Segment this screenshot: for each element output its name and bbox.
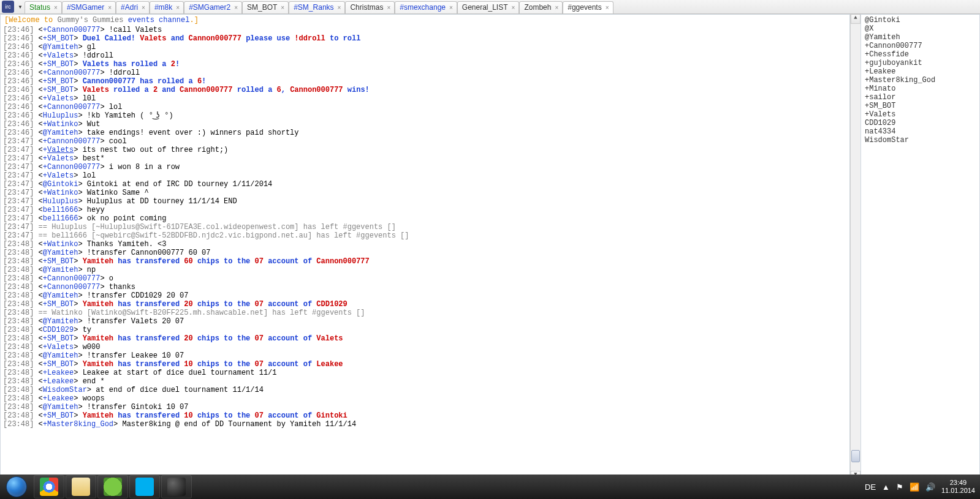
close-icon[interactable]: × [175,4,181,11]
skype-icon [135,478,154,496]
tab-zombeh[interactable]: Zombeh× [519,1,563,13]
nick-item[interactable]: +Cannon000777 [865,42,976,50]
chat-line: [23:47] <+Cannon000777> cool [3,137,847,146]
nick-item[interactable]: @X [865,24,976,33]
tab-bar: irc ▼ Status×#SMGamer×#Adri×#m8k×#SMGame… [0,0,980,14]
chat-line: [23:48] <WisdomStar> at end of dice duel… [3,386,847,394]
chat-line: [23:46] <+SM_BOT> Duel Called! Valets an… [3,34,847,43]
channel-topic: [Welcome to Gummy's Gummies events chann… [1,15,849,26]
close-icon[interactable]: × [448,4,454,11]
chat-scrollbar[interactable]: ▲ ▼ [850,14,860,481]
close-icon[interactable]: × [107,4,113,11]
close-icon[interactable]: × [553,4,560,11]
chat-line: [23:48] <@Yamiteh> !transfer CDD1029 20 … [3,291,847,300]
chat-line: [23:46] <@Yamiteh> gl [3,43,847,51]
tray-clock[interactable]: 23:49 11.01.2014 [941,479,975,495]
chat-line: [23:46] <+SM_BOT> Valets rolled a 2 and … [3,86,847,94]
chat-line: [23:48] <+Watinko> Thanks Yamiteh. <3 [3,240,847,249]
explorer-icon [72,478,90,496]
tab-label: #SM_Ranks [294,3,333,12]
chat-line: [23:48] <+Leakee> Leakee at start of dic… [3,369,847,377]
tab-smgamer2[interactable]: #SMGamer2× [184,1,242,13]
chat-line: [23:48] <CDD1029> ty [3,326,847,334]
tab-smexchange[interactable]: #smexchange× [395,1,457,13]
chat-line: [23:47] <bell1666> heyy [3,206,847,214]
chat-line: [23:46] <+Valets> l0l [3,94,847,103]
chat-line: [23:47] == Huluplus [~Huluplus@Swift-61D… [3,223,847,231]
close-icon[interactable]: × [386,4,392,11]
chat-line: [23:46] <+Cannon000777> lol [3,103,847,111]
tab-generallist[interactable]: General_LIST× [457,1,520,13]
chat-line: [23:47] <bell1666> ok no point coming [3,214,847,223]
tray-flag-icon[interactable]: ▲ [882,482,890,492]
chat-line: [23:46] <+Valets> !ddroll [3,51,847,60]
close-icon[interactable]: × [53,4,59,11]
nick-item[interactable]: CDD1029 [865,119,976,127]
nick-item[interactable]: +Leakee [865,67,976,76]
tab-label: Status [29,3,50,12]
chat-line: [23:48] <@Yamiteh> !transfer Gintoki 10 … [3,403,847,411]
nick-item[interactable]: +Master8king_God [865,76,976,84]
close-icon[interactable]: × [604,4,610,11]
chat-line: [23:48] <+SM_BOT> Yamiteh has transfered… [3,411,847,420]
scroll-up-icon[interactable]: ▲ [851,14,860,24]
utorrent-icon [104,478,122,496]
tray-network-icon[interactable]: 📶 [910,482,919,492]
start-button[interactable] [0,475,33,499]
taskbar-steam[interactable] [161,475,192,498]
system-tray: DE ▲ ⚑ 📶 🔊 23:49 11.01.2014 [865,479,980,495]
tray-lang[interactable]: DE [865,482,876,492]
nick-item[interactable]: +sailor [865,93,976,102]
tab-smranks[interactable]: #SM_Ranks× [289,1,345,13]
nick-item[interactable]: nat4334 [865,127,976,136]
nick-item[interactable]: WisdomStar [865,136,976,144]
chat-line: [23:47] <+Valets> best* [3,154,847,163]
tab-ggevents[interactable]: #ggevents× [563,1,613,13]
chat-line: [23:48] <+Cannon000777> thanks [3,283,847,291]
close-icon[interactable]: × [140,4,146,11]
tab-smbot[interactable]: SM_BOT× [242,1,289,13]
nick-item[interactable]: @Yamiteh [865,33,976,42]
close-icon[interactable]: × [336,4,343,11]
tab-label: SM_BOT [247,3,277,12]
tab-label: #m8k [154,3,172,12]
nick-item[interactable]: +Valets [865,110,976,119]
tab-christmas[interactable]: Christmas× [345,1,395,13]
close-icon[interactable]: × [233,4,239,11]
nick-item[interactable]: +Chessfide [865,50,976,59]
tray-flag-icon[interactable]: ⚑ [896,482,903,492]
tab-label: Zombeh [524,3,551,12]
chat-line: [23:48] <@Yamiteh> !transfer Cannon00077… [3,249,847,257]
nick-item[interactable]: +gujuboyankit [865,59,976,67]
chat-line: [23:48] <+Master8king_God> Master8king @… [3,420,847,429]
nick-item[interactable]: +SM_BOT [865,102,976,110]
nick-item[interactable]: @Gintoki [865,16,976,24]
tab-smgamer[interactable]: #SMGamer× [62,1,116,13]
tab-label: #ggevents [568,3,601,12]
tab-m8k[interactable]: #m8k× [150,1,184,13]
menu-dropdown-icon[interactable]: ▼ [16,4,25,10]
steam-icon [167,478,186,496]
tray-volume-icon[interactable]: 🔊 [925,482,935,492]
taskbar-explorer[interactable] [66,475,96,498]
scroll-thumb[interactable] [851,450,860,462]
taskbar: DE ▲ ⚑ 📶 🔊 23:49 11.01.2014 [0,475,980,499]
taskbar-skype[interactable] [129,475,160,498]
chat-line: [23:47] <@Gintoki> Gintoki at end of IRC… [3,180,847,189]
tab-label: #Adri [121,3,138,12]
taskbar-chrome[interactable] [34,475,64,498]
tab-status[interactable]: Status× [25,1,62,13]
taskbar-utorrent[interactable] [97,475,128,498]
close-icon[interactable]: × [279,4,286,11]
close-icon[interactable]: × [511,4,517,11]
tab-label: #smexchange [400,3,446,12]
chat-line: [23:48] <@Yamiteh> !transfer Valets 20 0… [3,317,847,326]
chat-line: [23:47] <+Watinko> Watinko Same ^ [3,189,847,197]
app-icon[interactable]: irc [2,1,14,13]
tab-adri[interactable]: #Adri× [116,1,150,13]
nick-item[interactable]: +Minato [865,84,976,93]
tab-label: Christmas [350,3,383,12]
nick-list[interactable]: @Gintoki@X@Yamiteh+Cannon000777+Chessfid… [860,14,980,481]
chat-line: [23:48] <+Valets> w000 [3,343,847,351]
chat-line: [23:48] <+Leakee> woops [3,394,847,403]
